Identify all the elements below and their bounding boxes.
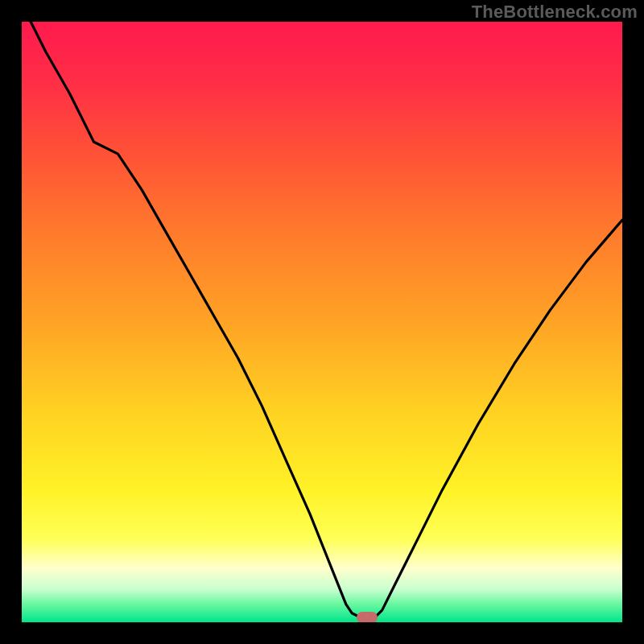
watermark-text: TheBottleneck.com [472, 2, 638, 23]
optimum-marker [357, 612, 378, 622]
chart-container: TheBottleneck.com [0, 0, 644, 644]
plot-area [22, 22, 622, 622]
bottleneck-curve [22, 22, 622, 622]
